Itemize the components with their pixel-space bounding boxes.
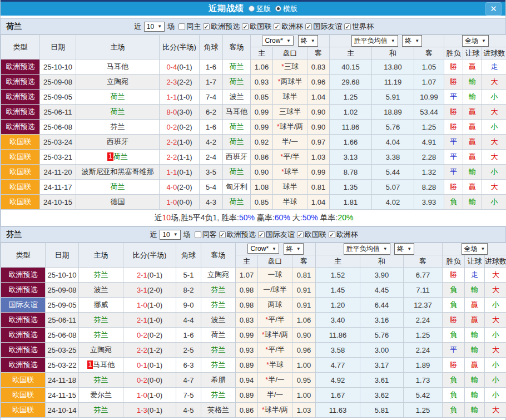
corners: 5-1 (176, 268, 201, 283)
avg-type-select[interactable]: 胜平负均值▼ (351, 35, 398, 47)
match-type: 欧洲预选 (1, 105, 40, 120)
away-team: 波兰 (201, 313, 236, 328)
view-mode-vertical[interactable]: 竖版 (249, 4, 271, 14)
close-button[interactable]: ✕ (485, 2, 502, 16)
match-date: 25-06-08 (40, 120, 76, 135)
away-odds: 1.04 (307, 195, 330, 210)
avg-away: 5.42 (404, 388, 443, 403)
avg-away: 1.25 (414, 120, 444, 135)
home-odds: 0.93 (251, 75, 273, 90)
score: 1-1(0-1) (160, 165, 200, 180)
score-halftime: (0-2) (147, 331, 162, 339)
corners: 9-0 (176, 298, 201, 313)
home-team: 芬兰 (79, 328, 123, 343)
team-name: 芬兰 (211, 360, 226, 369)
view-mode-horizontal[interactable]: 横版 (275, 4, 297, 14)
checkbox-label: 欧国联 (250, 22, 271, 32)
team-name: 立陶宛 (90, 345, 112, 354)
score: 3-1(2-0) (123, 283, 176, 298)
avg-draw: 3.62 (360, 388, 404, 403)
competition-checkbox[interactable]: ✓国际友谊 (258, 230, 295, 240)
home-odds: 0.99 (251, 120, 273, 135)
avg-home: 1.20 (316, 298, 360, 313)
result-wdl: 負 (443, 388, 465, 403)
avg-away: 1.05 (414, 60, 444, 75)
select-value: 胜平负均值 (354, 36, 388, 46)
away-team: 立陶宛 (201, 268, 236, 283)
match-count-select[interactable]: 10▼ (160, 230, 180, 240)
table-header-row: 类型 日期 主场 比分(半场) 角球 客场 Crow*▼ 终▼ 胜平负均值▼ 终… (1, 35, 506, 47)
handicap: *球半/两 (273, 120, 307, 135)
corners: 8-2 (176, 283, 201, 298)
team-name: 波斯尼亚和黑塞哥维那 (82, 167, 154, 176)
handicap: *半球 (258, 358, 292, 373)
competition-checkbox[interactable]: ✓世界杯 (344, 22, 374, 32)
summary-segment: 60% (275, 213, 290, 222)
avg-draw: 6.44 (360, 298, 404, 313)
summary-row: 近10场,胜5平4负1, 胜率:50% 赢率:60% 大:50% 单率:20% (1, 210, 506, 226)
checkbox-icon: ✓ (203, 23, 210, 30)
competition-checkbox[interactable]: ✓欧国联 (242, 22, 271, 32)
team-name: 荷兰 (211, 330, 226, 339)
result-handicap: 贏 (463, 150, 482, 165)
avg-home: 1.67 (316, 388, 360, 403)
odds-company-select[interactable]: Crow*▼ (262, 36, 294, 46)
col-result-goals: 进球数 (485, 255, 506, 268)
handicap: *半/一 (258, 373, 292, 388)
result-goals: 大 (485, 268, 506, 283)
neutral-badge: 1 (87, 360, 93, 369)
avg-home: 11.86 (330, 120, 372, 135)
avg-type-select[interactable]: 胜平负均值▼ (344, 243, 390, 255)
scope-select[interactable]: 全场▼ (462, 243, 488, 255)
match-count-select[interactable]: 10▼ (144, 22, 165, 32)
checkbox-icon (195, 231, 201, 238)
match-date: 25-03-21 (40, 150, 76, 165)
checkbox-icon: ✓ (297, 231, 304, 238)
handicap: 两球 (258, 298, 292, 313)
avg-draw: 5.91 (372, 90, 414, 105)
result-goals: 大 (485, 343, 506, 358)
select-value: 胜平负均值 (346, 244, 380, 254)
corners: 5-4 (200, 180, 223, 195)
competition-checkbox[interactable]: ✓欧国联 (297, 230, 326, 240)
odds-stage-select[interactable]: 终▼ (298, 35, 318, 47)
select-value: Crow* (250, 245, 269, 253)
score: 1-0(1-0) (123, 388, 176, 403)
competition-checkbox[interactable]: ✓国际友谊 (305, 22, 342, 32)
same-venue-checkbox[interactable]: 同主 (178, 22, 201, 32)
result-wdl: 平 (444, 135, 463, 150)
team-name: 立陶宛 (207, 270, 229, 279)
scope-group-header: 全场▼ (443, 243, 506, 255)
odds-stage-select[interactable]: 终▼ (284, 243, 304, 255)
checkbox-icon: ✓ (219, 231, 226, 238)
competition-checkbox[interactable]: ✓欧洲杯 (274, 22, 303, 32)
competition-checkbox[interactable]: ✓欧洲预选 (203, 22, 240, 32)
avg-stage-select[interactable]: 终▼ (402, 35, 422, 47)
avg-away: 2.28 (414, 150, 444, 165)
result-handicap: 輸 (465, 343, 485, 358)
avg-stage-select[interactable]: 终▼ (394, 243, 414, 255)
result-goals: 小 (485, 358, 506, 373)
checkbox-label: 欧洲杯 (336, 230, 358, 240)
match-date: 25-09-05 (46, 298, 79, 313)
summary-segment: 单率: (318, 213, 338, 222)
col-home: 主场 (79, 243, 123, 268)
scope-select[interactable]: 全场▼ (462, 35, 489, 47)
team-name: 挪威 (94, 300, 108, 309)
away-odds: 0.83 (307, 60, 330, 75)
result-handicap: 贏 (463, 180, 482, 195)
odds-company-select[interactable]: Crow*▼ (247, 244, 279, 254)
competition-checkbox[interactable]: ✓欧洲杯 (329, 230, 358, 240)
col-corner: 角球 (176, 243, 201, 268)
team-name: 芬兰 (211, 391, 226, 399)
away-team: 芬兰 (201, 388, 236, 403)
result-wdl: 負 (444, 195, 463, 210)
match-type: 欧国联 (1, 373, 46, 388)
competition-checkbox[interactable]: ✓欧洲预选 (219, 230, 256, 240)
same-venue-checkbox[interactable]: 同客 (195, 230, 217, 240)
team-name: 芬兰 (211, 285, 226, 294)
match-type: 欧洲预选 (1, 268, 46, 283)
checkbox-icon: ✓ (329, 231, 335, 238)
match-type: 国际友谊 (1, 298, 46, 313)
col-result-goals: 进球数 (482, 47, 506, 60)
